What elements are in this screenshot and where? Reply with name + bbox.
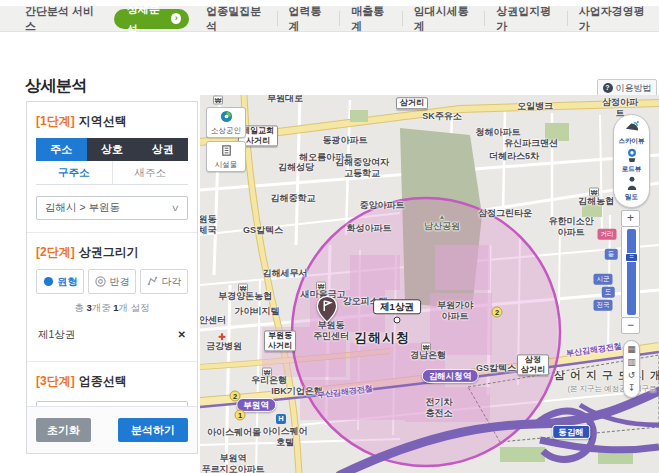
map-label-오일뱅크: 오일뱅크	[517, 101, 553, 112]
map-label-남산공원: 남산공원	[424, 221, 460, 232]
region-tabs: 주소 상호 상권	[36, 138, 188, 161]
area-count-text: 총 3개중 1개 설정	[27, 302, 197, 315]
map-label-부경양돈농협: 부경양돈농협	[218, 291, 272, 302]
polygon-icon	[147, 276, 158, 287]
analyze-button[interactable]: 분석하기	[118, 418, 188, 442]
map-label-강오피스텔: 강오피스텔	[343, 296, 388, 307]
zoom-out-button[interactable]: −	[621, 317, 640, 334]
map-label-₩: ₩	[421, 343, 431, 352]
building-layer-icon[interactable]: ▥	[627, 357, 636, 368]
map-label-₩: ₩	[213, 96, 223, 105]
top-nav: 간단분석 서비스상세분석›업종밀집분석업력통계매출통계임대시세통계상권입지평가사…	[0, 6, 659, 32]
map-label-김해세무서: 김해세무서	[263, 268, 308, 279]
nav-item-사업자경영평가[interactable]: 사업자경영평가	[567, 11, 659, 26]
map-label-₩: ₩	[589, 188, 599, 197]
page-title: 상세분석	[25, 76, 87, 97]
nav-item-매출통계[interactable]: 매출통계	[339, 11, 402, 26]
map-label-부산김해경전철: 부산김해경전철	[566, 341, 623, 358]
tool-circle-label: 원형	[58, 275, 78, 289]
map-label-부원대로: 부원대로	[267, 95, 303, 103]
map-label-✚: ✚	[218, 332, 226, 343]
map-label-김해중학교: 김해중학교	[271, 193, 316, 204]
map-label-2: 2	[230, 391, 241, 402]
zoom-level-시군[interactable]: 시군	[594, 274, 613, 285]
view-control-밀도[interactable]: 밀도	[625, 176, 638, 202]
step3-title: 업종선택	[79, 373, 127, 390]
map-label-청해아파트: 청해아파트	[476, 127, 521, 138]
cadastral-map-icon[interactable]: ▦	[627, 344, 636, 355]
remove-area-icon[interactable]: ✕	[178, 330, 186, 340]
help-button-label: 이용방법	[616, 82, 652, 95]
map-label-아이스퀘어몰: 아이스퀘어몰	[207, 427, 261, 438]
map-label-부원동주민센터: 부원동 주민센터	[313, 320, 349, 342]
step2-header: [2단계] 상권그리기	[36, 244, 188, 261]
tab-store-name[interactable]: 상호	[87, 138, 138, 161]
section-divider	[27, 361, 197, 362]
download-map-icon[interactable]: ↧	[628, 383, 636, 394]
map-label-더헤라스5차: 더헤라스5차	[489, 151, 539, 162]
zoom-level-동[interactable]: 동	[605, 249, 618, 260]
step1-number: [1단계]	[36, 113, 75, 130]
reset-button[interactable]: 초기화	[36, 418, 91, 442]
view-control-로드뷰[interactable]: 로드뷰	[622, 148, 642, 174]
map-label-H: H	[276, 414, 286, 424]
step2-number: [2단계]	[36, 244, 75, 261]
view-control-label: 스카이뷰	[619, 137, 645, 145]
zoom-control: + = −	[621, 210, 640, 334]
map-label-(본지구는예정공사지구로: (본 지구는 예정공사지구로	[567, 384, 656, 393]
trade-area-pin[interactable]	[316, 295, 338, 323]
draw-tools: 원형 반경 다각	[36, 269, 188, 294]
map-label-중앙아파트: 중앙아파트	[360, 200, 405, 211]
map-label-금강병원: 금강병원	[206, 341, 242, 352]
map-label-김해시청역: 김해시청역	[422, 369, 479, 383]
map-label-아이스퀘어호텔: 아이스퀘어 호텔	[263, 426, 308, 448]
small-business-icon	[220, 110, 233, 125]
zoom-level-도[interactable]: 도	[602, 287, 615, 298]
zoom-level-거리[interactable]: 거리	[598, 229, 617, 240]
zoom-slider-handle[interactable]: =	[625, 253, 638, 262]
subtab-old-address[interactable]: 구주소	[36, 161, 112, 184]
map-control-시설물[interactable]: 시설물	[206, 141, 246, 172]
question-icon: ?	[603, 83, 613, 93]
tool-circle[interactable]: 원형	[36, 269, 84, 294]
map-label-동광아파트: 동광아파트	[323, 135, 368, 146]
nav-item-임대시세통계[interactable]: 임대시세통계	[402, 11, 484, 26]
map-label-전기차충전소: 전기차 충전소	[426, 397, 453, 419]
tab-trade-area[interactable]: 상권	[137, 138, 188, 161]
map-label-동김해: 동김해	[552, 425, 590, 439]
subtab-new-address[interactable]: 새주소	[112, 161, 189, 184]
map-utility-controls: ▦▥↺↧	[623, 340, 640, 398]
nav-item-상세분석[interactable]: 상세분석›	[114, 9, 189, 29]
map-view-controls: 스카이뷰로드뷰밀도	[613, 114, 650, 208]
nav-item-간단분석 서비스[interactable]: 간단분석 서비스	[14, 11, 108, 26]
map-label-삼정삼거리: 삼정 삼거리	[517, 354, 549, 375]
map-label-dot	[394, 317, 401, 324]
region-select[interactable]: 김해시 > 부원동 ∨	[36, 196, 188, 220]
tab-address[interactable]: 주소	[36, 138, 87, 161]
map-label-부원동우체국: 부원동 우체국	[200, 214, 217, 236]
step3-header: [3단계] 업종선택	[36, 373, 188, 390]
map-label-부산김해경전철: 부산김해경전철	[317, 384, 374, 400]
trade-area-row: 제1상권 ✕	[36, 323, 188, 349]
nav-item-업력통계[interactable]: 업력통계	[277, 11, 340, 26]
view-control-스카이뷰[interactable]: 스카이뷰	[619, 120, 645, 145]
map-canvas[interactable]: 부원대로삼거리제일교회 사거리동광아파트SK주유소오일뱅크삼정아파트해오름아파트…	[200, 95, 659, 473]
map-label-유한미소안아파트: 유한미소안 아파트	[549, 216, 594, 238]
zoom-level-전국[interactable]: 전국	[594, 300, 613, 311]
map-control-소상공인[interactable]: 소상공인	[206, 107, 246, 138]
nav-item-상권입지평가[interactable]: 상권입지평가	[484, 11, 566, 26]
map-label-경남은행: 경남은행	[410, 350, 446, 361]
tool-polygon[interactable]: 다각	[140, 269, 188, 294]
reset-view-icon[interactable]: ↺	[628, 370, 636, 381]
map-label-삼어지구도시개발: 삼어지구도시개발	[554, 369, 659, 382]
map-label-2: 2	[492, 307, 503, 318]
nav-item-업종밀집분석[interactable]: 업종밀집분석	[195, 11, 276, 26]
map-label-김해성당: 김해성당	[278, 162, 314, 173]
active-caret-icon: ›	[171, 13, 181, 24]
tool-radius[interactable]: 반경	[88, 269, 136, 294]
map-label-₩: ₩	[238, 284, 248, 293]
zoom-slider[interactable]: =	[621, 227, 640, 317]
view-control-label: 밀도	[625, 193, 638, 201]
map-label-₩: ₩	[316, 282, 326, 291]
zoom-in-button[interactable]: +	[621, 210, 640, 227]
